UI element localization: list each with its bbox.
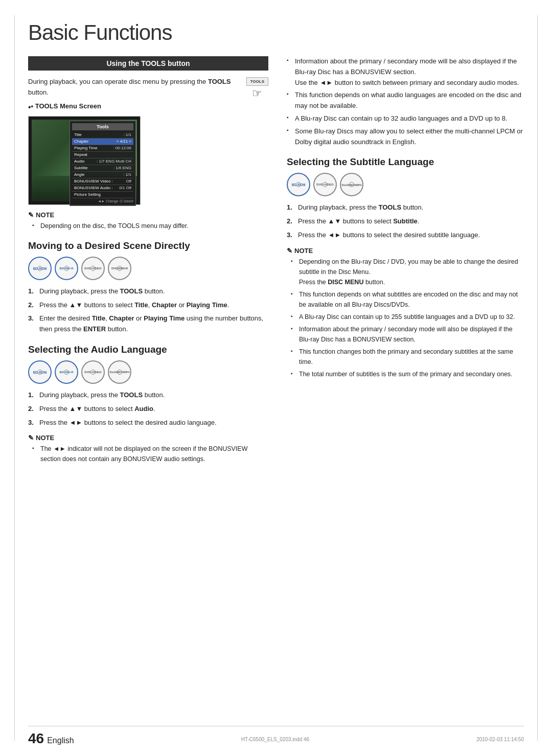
using-tools-heading: Using the TOOLS button — [28, 56, 268, 71]
subtitle-step-3: 3. Press the ◄► buttons to select the de… — [287, 230, 524, 241]
note-3-item-4: Information about the primary / secondar… — [291, 324, 524, 345]
note-1-section: ✎ NOTE Depending on the disc, the TOOLS … — [28, 211, 268, 231]
disc-badge-dvd-rw: DVD±RW/±R — [108, 257, 131, 280]
page-title: Basic Functions — [28, 20, 524, 45]
right-bullet-1: Information about the primary / secondar… — [287, 56, 524, 88]
tools-row-repeat: Repeat — [72, 152, 133, 158]
using-tools-body: During playback, you can operate disc me… — [28, 77, 268, 98]
audio-lang-section: Selecting the Audio Language BD-ROM BD-R… — [28, 344, 268, 428]
tools-row-chapter: Chapter < 4/21 > — [72, 139, 133, 145]
audio-disc-divx: DivX/MKV/MP4 — [108, 360, 131, 384]
audio-disc-dvd-video: DVD-VIDEO — [81, 360, 105, 384]
note-2-section: ✎ NOTE The ◄► indicator will not be disp… — [28, 434, 268, 464]
audio-disc-badges: BD-ROM BD-RE/-R DVD-VIDEO DivX/MKV/MP4 — [28, 360, 268, 384]
audio-disc-bd-re-r: BD-RE/-R — [55, 360, 78, 384]
moving-heading: Moving to a Desired Scene Directly — [28, 240, 268, 251]
disc-badge-bd-rom: BD-ROM — [28, 257, 52, 280]
tools-row-bonusview-audio: BONUSVIEW Audio : 0/1 Off — [72, 185, 133, 192]
subtitle-disc-badges: BD-ROM DVD-VIDEO DivX/MKV/MP4 — [287, 173, 524, 196]
right-bullet-3: A Blu-ray Disc can contain up to 32 audi… — [287, 113, 524, 124]
tools-screen-mockup: Tools Title : 1/1 Chapter < 4/21 > Playi… — [28, 116, 141, 205]
footer-page-number: 46English — [28, 730, 74, 747]
audio-step-3: 3. Press the ◄► buttons to select the de… — [28, 418, 268, 428]
two-column-layout: Using the TOOLS button TOOLS ☞ During pl… — [28, 56, 524, 470]
tools-row-picture-setting: Picture Setting — [72, 192, 133, 198]
note-1-title: ✎ NOTE — [28, 211, 268, 219]
note-2-list: The ◄► indicator will not be displayed o… — [32, 444, 268, 464]
subtitle-lang-heading: Selecting the Subtitle Language — [287, 156, 524, 168]
page: Basic Functions Using the TOOLS button T… — [0, 0, 552, 756]
tools-row-subtitle: Subtitle : 1/6 ENG — [72, 165, 133, 172]
tools-overlay-panel: Tools Title : 1/1 Chapter < 4/21 > Playi… — [70, 121, 136, 206]
border-right — [537, 15, 538, 741]
footer-date: 2010-02-03 11:14:50 — [476, 735, 524, 743]
subtitle-disc-dvd-video: DVD-VIDEO — [313, 173, 337, 196]
tools-row-title: Title : 1/1 — [72, 132, 133, 139]
subtitle-disc-divx: DivX/MKV/MP4 — [340, 173, 363, 196]
note-3-item-6: The total number of subtitles is the sum… — [291, 369, 524, 379]
note-2-icon: ✎ — [28, 434, 34, 442]
note-3-icon: ✎ — [287, 247, 292, 255]
tools-button-image: TOOLS ☞ — [246, 77, 268, 100]
audio-step-2: 2. Press the ▲▼ buttons to select Audio. — [28, 404, 268, 415]
note-2-item-1: The ◄► indicator will not be displayed o… — [32, 444, 268, 464]
border-left — [14, 15, 15, 741]
tools-menu-label: • TOOLS Menu Screen — [28, 102, 241, 112]
footer-file: HT-C6500_ELS_0203.indd 46 — [241, 735, 309, 743]
using-tools-section: Using the TOOLS button TOOLS ☞ During pl… — [28, 56, 268, 205]
note-2-title: ✎ NOTE — [28, 434, 268, 442]
moving-step-1: 1. During playback, press the TOOLS butt… — [28, 286, 268, 297]
hand-pointer-icon: ☞ — [246, 87, 268, 100]
tools-row-audio: Audio : 1/7 ENG Multi CH — [72, 158, 133, 165]
right-column: Information about the primary / secondar… — [287, 56, 524, 470]
disc-badge-dvd-video: DVD-VIDEO — [81, 257, 105, 280]
tools-row-angle: Angle : 1/1 — [72, 172, 133, 178]
note-1-item-1: Depending on the disc, the TOOLS menu ma… — [32, 221, 268, 231]
moving-step-2: 2. Press the ▲▼ buttons to select Title,… — [28, 300, 268, 311]
right-info-bullets: Information about the primary / secondar… — [287, 56, 524, 147]
audio-steps: 1. During playback, press the TOOLS butt… — [28, 390, 268, 428]
note-icon: ✎ — [28, 211, 34, 219]
note-3-item-3: A Blu-ray Disc can contain up to 255 sub… — [291, 312, 524, 322]
right-bullet-2: This function depends on what audio lang… — [287, 90, 524, 111]
subtitle-step-1: 1. During playback, press the TOOLS butt… — [287, 202, 524, 213]
note-3-section: ✎ NOTE Depending on the Blu-ray Disc / D… — [287, 247, 524, 379]
audio-lang-heading: Selecting the Audio Language — [28, 344, 268, 355]
left-column: Using the TOOLS button TOOLS ☞ During pl… — [28, 56, 268, 470]
moving-section: Moving to a Desired Scene Directly BD-RO… — [28, 240, 268, 335]
footer: 46English HT-C6500_ELS_0203.indd 46 2010… — [28, 726, 524, 747]
subtitle-lang-section: Selecting the Subtitle Language BD-ROM D… — [287, 156, 524, 240]
note-3-list: Depending on the Blu-ray Disc / DVD, you… — [291, 257, 524, 379]
subtitle-disc-bd-rom: BD-ROM — [287, 173, 310, 196]
tools-btn-label: TOOLS — [246, 77, 268, 86]
tools-row-bonusview-video: BONUSVIEW Video : Off — [72, 178, 133, 185]
subtitle-step-2: 2. Press the ▲▼ buttons to select Subtit… — [287, 216, 524, 227]
tools-row-playing-time: Playing Time : 00:12:06 — [72, 145, 133, 152]
audio-step-1: 1. During playback, press the TOOLS butt… — [28, 390, 268, 401]
tools-panel-title: Tools — [72, 123, 133, 130]
right-bullet-4: Some Blu-ray Discs may allow you to sele… — [287, 126, 524, 148]
subtitle-steps: 1. During playback, press the TOOLS butt… — [287, 202, 524, 240]
note-3-item-2: This function depends on what subtitles … — [291, 289, 524, 310]
moving-steps: 1. During playback, press the TOOLS butt… — [28, 286, 268, 335]
audio-disc-bd-rom: BD-ROM — [28, 360, 52, 384]
note-3-title: ✎ NOTE — [287, 247, 524, 255]
disc-badge-bd-re-r: BD-RE/-R — [55, 257, 78, 280]
note-3-item-1: Depending on the Blu-ray Disc / DVD, you… — [291, 257, 524, 287]
note-1-list: Depending on the disc, the TOOLS menu ma… — [32, 221, 268, 231]
tools-panel-footer: ◄► Change ⊡ Select — [72, 198, 133, 203]
moving-step-3: 3. Enter the desired Title, Chapter or P… — [28, 313, 268, 335]
tools-screen-inner: Tools Title : 1/1 Chapter < 4/21 > Playi… — [31, 119, 138, 202]
note-3-item-5: This function changes both the primary a… — [291, 347, 524, 367]
moving-disc-badges: BD-ROM BD-RE/-R DVD-VIDEO DVD±RW/±R — [28, 257, 268, 280]
